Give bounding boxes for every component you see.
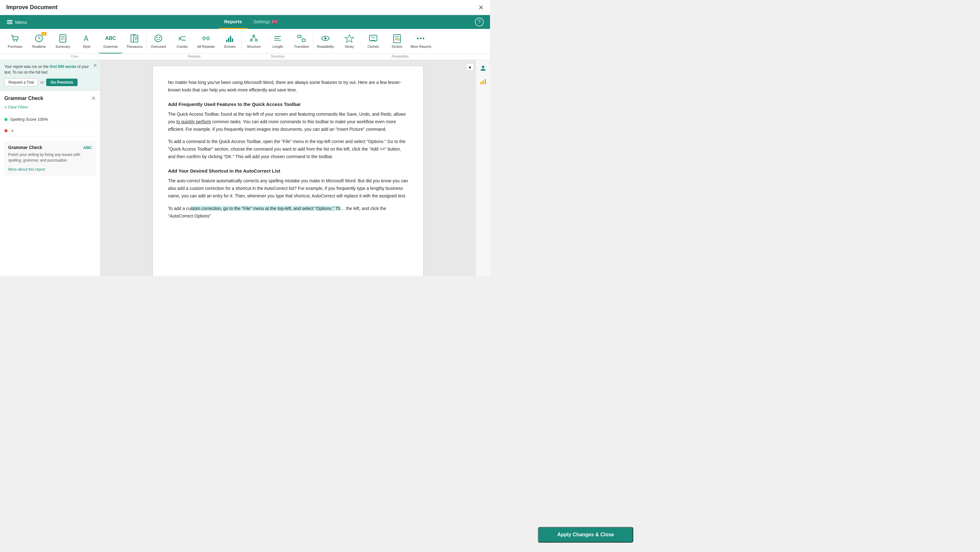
clear-filters-label: Clear Filters bbox=[8, 105, 28, 109]
structure-group-label: Structure bbox=[242, 54, 313, 60]
structure-icon bbox=[248, 33, 259, 44]
toolbar-group-labels: Core Repeats Structure Readability bbox=[0, 54, 490, 60]
summary-label: Summary bbox=[55, 45, 70, 49]
svg-point-11 bbox=[159, 37, 160, 38]
scroll-up-button[interactable]: ▲ bbox=[466, 63, 474, 71]
tab-settings[interactable]: Settings 🇬🇧 bbox=[248, 15, 283, 29]
readability-label: Readability bbox=[317, 45, 334, 49]
grammar-arrow: ▾ bbox=[11, 128, 14, 133]
svg-point-3 bbox=[14, 40, 15, 41]
menu-button[interactable]: Menu bbox=[6, 19, 27, 26]
core-group-label: Core bbox=[3, 54, 146, 60]
chart-icon[interactable] bbox=[478, 77, 488, 86]
info-card-header: Grammar Check ABC bbox=[8, 145, 92, 150]
trial-text-1: Your report was run on the bbox=[5, 64, 49, 69]
readability-icon bbox=[320, 33, 331, 44]
toolbar-item-realtime[interactable]: off Realtime bbox=[27, 32, 51, 53]
underline-text: to quickly perform bbox=[176, 119, 211, 124]
grammar-panel-close[interactable]: ✕ bbox=[91, 95, 96, 102]
tab-reports[interactable]: Reports bbox=[219, 15, 248, 29]
trial-link[interactable]: first 500 words bbox=[49, 64, 76, 69]
sidebar: ✕ Your report was run on the first 500 w… bbox=[0, 60, 100, 276]
summary-icon bbox=[57, 33, 68, 44]
toolbar-group-repeats: Overused Combo All Repeats bbox=[146, 32, 242, 53]
toolbar-item-grammar[interactable]: ABC Grammar bbox=[99, 32, 123, 53]
toolbar-item-style[interactable]: Style bbox=[75, 32, 99, 53]
more-reports-label: More Reports bbox=[410, 45, 431, 49]
toolbar-item-structure[interactable]: Structure bbox=[242, 32, 266, 53]
trial-actions: Request a Trial or Go Premium bbox=[5, 78, 96, 86]
page-title: Improve Document bbox=[6, 4, 57, 11]
title-bar: Improve Document ✕ bbox=[0, 0, 490, 15]
grammar-label: Grammar bbox=[103, 45, 118, 49]
scroll-buttons: ▲ bbox=[466, 63, 474, 71]
go-premium-button[interactable]: Go Premium bbox=[46, 78, 77, 86]
all-repeats-icon bbox=[200, 33, 212, 44]
toolbar-item-all-repeats[interactable]: All Repeats bbox=[194, 32, 218, 53]
toolbar-group-readability: Readability Sticky Clichés bbox=[313, 32, 433, 53]
toolbar-item-diction[interactable]: D Diction bbox=[385, 32, 409, 53]
grammar-issues-label: ▾ bbox=[10, 128, 96, 133]
toolbar: Purchase off Realtime Summary bbox=[0, 29, 490, 54]
toolbar-item-length[interactable]: Length bbox=[266, 32, 290, 53]
grammar-issues-item[interactable]: ▾ bbox=[5, 125, 96, 137]
echoes-label: Echoes bbox=[224, 45, 236, 49]
trial-banner-close[interactable]: ✕ bbox=[93, 62, 97, 69]
toolbar-group-core: Purchase off Realtime Summary bbox=[3, 32, 146, 53]
spelling-score-item: Spelling Score 100% bbox=[5, 114, 96, 125]
nav-tabs: Reports Settings 🇬🇧 bbox=[219, 15, 283, 29]
combo-icon bbox=[177, 33, 188, 44]
spelling-dot bbox=[5, 118, 8, 121]
more-about-link[interactable]: More about this report bbox=[8, 167, 45, 172]
diction-label: Diction bbox=[392, 45, 402, 49]
toolbar-item-readability[interactable]: Readability bbox=[313, 32, 337, 53]
svg-rect-15 bbox=[232, 38, 233, 42]
echoes-icon bbox=[224, 33, 235, 44]
svg-rect-2 bbox=[7, 23, 13, 24]
doc-para-1: No matter how long you've been using Mic… bbox=[168, 79, 408, 94]
core-label bbox=[3, 52, 146, 53]
svg-rect-12 bbox=[226, 40, 228, 42]
grammar-panel: Grammar Check ✕ ≡ Clear Filters Spelling… bbox=[0, 91, 100, 180]
toolbar-item-summary[interactable]: Summary bbox=[51, 32, 75, 53]
svg-rect-6 bbox=[60, 35, 66, 42]
toolbar-item-more-reports[interactable]: ••• More Reports bbox=[409, 32, 433, 53]
overused-icon bbox=[153, 33, 164, 44]
length-label: Length bbox=[272, 45, 283, 49]
toolbar-item-echoes[interactable]: Echoes bbox=[218, 32, 242, 53]
svg-point-17 bbox=[250, 39, 252, 41]
readability-group-label: Readability bbox=[313, 54, 487, 60]
toolbar-group-structure: Structure Length Transition bbox=[242, 32, 313, 53]
svg-rect-30 bbox=[482, 80, 484, 84]
more-reports-icon: ••• bbox=[415, 33, 426, 44]
user-icon[interactable] bbox=[478, 63, 488, 73]
grammar-info-card: Grammar Check ABC Polish your writing by… bbox=[5, 141, 96, 176]
document-paper: No matter how long you've been using Mic… bbox=[153, 66, 423, 276]
svg-rect-31 bbox=[485, 79, 486, 84]
toolbar-item-sticky[interactable]: Sticky bbox=[337, 32, 361, 53]
svg-rect-1 bbox=[7, 22, 13, 22]
purchase-icon bbox=[10, 33, 21, 44]
svg-rect-29 bbox=[480, 82, 482, 84]
toolbar-item-thesaurus[interactable]: Thesaurus bbox=[123, 32, 146, 53]
info-card-title: Grammar Check bbox=[8, 145, 42, 150]
svg-point-10 bbox=[156, 37, 158, 38]
toolbar-item-transition[interactable]: Transition bbox=[290, 32, 313, 53]
toolbar-item-cliches[interactable]: Clichés bbox=[361, 32, 385, 53]
cliches-label: Clichés bbox=[368, 45, 379, 49]
svg-rect-19 bbox=[298, 35, 301, 38]
repeats-group-label: Repeats bbox=[146, 54, 242, 60]
close-button[interactable]: ✕ bbox=[478, 4, 484, 11]
doc-heading-1: Add Frequently Used Features to the Quic… bbox=[168, 100, 408, 108]
grammar-panel-header: Grammar Check ✕ bbox=[5, 95, 96, 102]
toolbar-item-purchase[interactable]: Purchase bbox=[3, 32, 27, 53]
diction-icon: D bbox=[391, 33, 402, 44]
help-button[interactable]: ? bbox=[475, 18, 484, 26]
toolbar-item-combo[interactable]: Combo bbox=[170, 32, 194, 53]
svg-point-22 bbox=[325, 37, 327, 40]
clear-filters-button[interactable]: ≡ Clear Filters bbox=[5, 105, 96, 109]
request-trial-button[interactable]: Request a Trial bbox=[5, 78, 38, 86]
right-sidebar bbox=[476, 60, 490, 276]
toolbar-item-overused[interactable]: Overused bbox=[146, 32, 170, 53]
or-label: or bbox=[41, 80, 44, 85]
